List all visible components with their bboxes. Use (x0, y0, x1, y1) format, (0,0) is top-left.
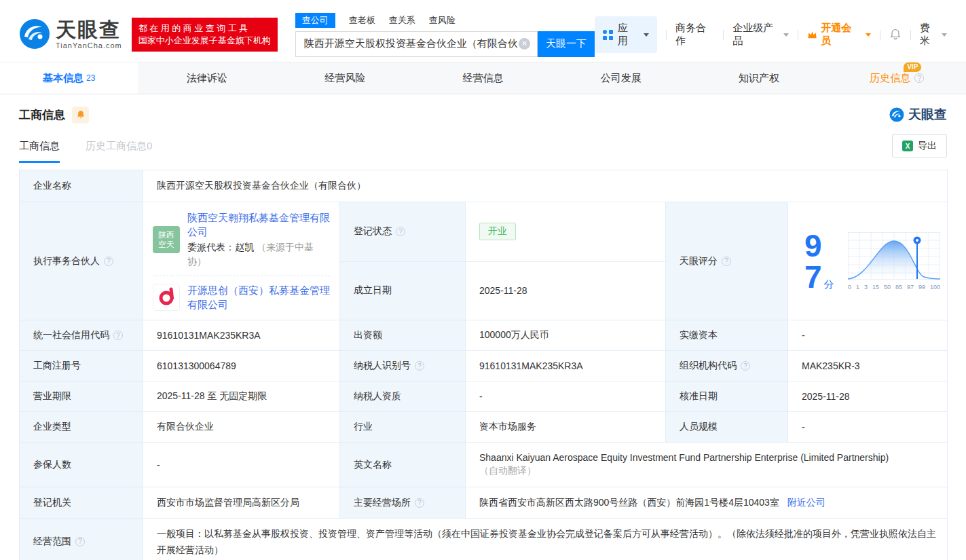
username: 费米 (920, 22, 939, 48)
search-tab-relation[interactable]: 查关系 (389, 14, 415, 26)
help-icon[interactable] (415, 361, 424, 371)
tab-operating-info[interactable]: 经营信息 (414, 62, 552, 94)
slogan-line1: 都在用的商业查询工具 (138, 22, 271, 35)
tianyancha-logo[interactable]: 天眼查 TianYanCha.com (19, 18, 122, 52)
nearby-companies-link[interactable]: 附近公司 (787, 497, 825, 508)
watermark-logo: 天眼查 (889, 106, 947, 124)
reg-status-value: 开业 (466, 202, 666, 262)
detail-nav-tabs: 基本信息 23 法律诉讼 经营风险 经营信息 公司发展 知识产权 历史信息 VI… (0, 62, 966, 94)
watermark-text: 天眼查 (908, 106, 947, 124)
divider (880, 30, 880, 40)
notification-bell[interactable] (889, 29, 902, 41)
table-row: 企业类型 有限合伙企业 行业 资本市场服务 人员规模 - (20, 412, 948, 443)
divider (798, 30, 798, 40)
logo-domain: TianYanCha.com (56, 41, 122, 50)
apps-label: 应用 (618, 22, 636, 48)
search-input[interactable] (303, 37, 519, 50)
auto-translate-note: （自动翻译） (479, 465, 937, 477)
search-clear-icon[interactable]: ✕ (519, 38, 530, 50)
taxpayer-qualification-label: 纳税人资质 (340, 381, 466, 412)
tab-count-badge: 23 (86, 73, 95, 83)
section-header: 工商信息 天眼查 (0, 94, 966, 124)
approval-date-value: 2025-11-28 (788, 381, 948, 412)
paid-capital-value: - (788, 320, 948, 351)
help-icon[interactable] (415, 498, 424, 508)
tab-operating-risk[interactable]: 经营风险 (276, 62, 414, 94)
table-row: 营业期限 2025-11-28 至 无固定期限 纳税人资质 - 核准日期 202… (20, 381, 948, 412)
company-name-label: 企业名称 (20, 170, 143, 202)
reg-number-value: 610131300064789 (143, 351, 340, 381)
tab-basic-info[interactable]: 基本信息 23 (0, 62, 138, 94)
search-tab-boss[interactable]: 查老板 (349, 14, 375, 26)
help-icon[interactable] (104, 257, 113, 266)
top-menu: 应用 商务合作 企业级产品 开通会员 费米 (595, 16, 947, 53)
vip-badge: VIP (904, 62, 921, 72)
capital-value: 100000万人民币 (466, 320, 666, 351)
insured-count-value: - (143, 443, 340, 487)
capital-label: 出资额 (340, 320, 466, 351)
search-tab-risk[interactable]: 查风险 (429, 14, 456, 26)
export-button[interactable]: X 导出 (892, 134, 947, 157)
subtab-business-info[interactable]: 工商信息 (19, 140, 60, 163)
crown-icon (807, 30, 817, 39)
business-term-label: 营业期限 (20, 381, 143, 412)
credit-code-value: 91610131MAK235KR3A (143, 320, 340, 351)
menu-cooperation[interactable]: 商务合作 (675, 22, 714, 48)
apps-menu[interactable]: 应用 (595, 16, 657, 53)
top-header: 天眼查 TianYanCha.com 都在用的商业查询工具 国家中小企业发展子基… (0, 0, 966, 61)
table-row: 工商注册号 610131300064789 纳税人识别号 91610131MAK… (20, 351, 948, 381)
registration-authority-value: 西安市市场监督管理局高新区分局 (143, 487, 340, 519)
tab-legal-litigation[interactable]: 法律诉讼 (138, 62, 276, 94)
org-code-value: MAK235KR-3 (788, 351, 948, 381)
score-cell: 97分 (788, 202, 948, 320)
help-icon[interactable] (396, 227, 405, 236)
establish-date-label: 成立日期 (340, 261, 466, 320)
divider (666, 30, 667, 40)
help-icon[interactable] (113, 331, 123, 340)
partners-label: 执行事务合伙人 (20, 202, 143, 320)
slogan-line2: 国家中小企业发展子基金旗下机构 (138, 35, 271, 47)
search-tab-company[interactable]: 查公司 (295, 13, 335, 28)
partner-company-link[interactable]: 陕西空天翱翔私募基金管理有限公司 (187, 212, 330, 238)
help-icon[interactable] (75, 537, 85, 546)
company-type-label: 企业类型 (20, 412, 143, 443)
chevron-down-icon (942, 33, 947, 37)
menu-enterprise-products[interactable]: 企业级产品 (732, 22, 789, 48)
english-name-value: Shaanxi Kaiyuan Aerospace Equity Investm… (479, 452, 937, 463)
tab-intellectual-property[interactable]: 知识产权 (690, 62, 828, 94)
partner-item: 陕西 空天 陕西空天翱翔私募基金管理有限公司 委派代表：赵凯 （来源于中基协） (153, 210, 330, 269)
tab-history-info[interactable]: 历史信息 VIP (828, 62, 966, 94)
tab-company-development[interactable]: 公司发展 (552, 62, 690, 94)
taxpayer-id-value: 91610131MAK235KR3A (466, 351, 666, 381)
menu-open-vip[interactable]: 开通会员 (807, 22, 871, 48)
partner-company-link[interactable]: 开源思创（西安）私募基金管理有限公司 (187, 284, 330, 310)
logo-title: 天眼查 (56, 20, 122, 40)
apps-grid-icon (603, 30, 613, 40)
partner-logo (153, 284, 180, 311)
divider (153, 276, 330, 276)
business-place-value: 陕西省西安市高新区西太路900号丝路（西安）前海园1号楼4层10403室 (479, 497, 779, 508)
table-row: 统一社会信用代码 91610131MAK235KR3A 出资额 100000万人… (20, 320, 948, 351)
help-icon[interactable] (741, 361, 750, 371)
partners-cell: 陕西 空天 陕西空天翱翔私募基金管理有限公司 委派代表：赵凯 （来源于中基协） (143, 202, 340, 320)
partner-item: 开源思创（西安）私募基金管理有限公司 (153, 283, 330, 312)
help-icon[interactable] (722, 257, 731, 266)
subtab-history-business-info[interactable]: 历史工商信息0 (86, 140, 152, 163)
insured-count-label: 参保人数 (20, 443, 143, 487)
table-row: 企业名称 陕西开源空天股权投资基金合伙企业（有限合伙） (20, 170, 948, 202)
business-place-label: 主要经营场所 (340, 487, 466, 519)
help-icon[interactable] (914, 73, 924, 83)
table-row: 经营范围 一般项目：以私募基金从事股权投资、投资管理、资产管理等活动（须在中国证… (20, 519, 948, 560)
section-title: 工商信息 (19, 107, 65, 123)
reg-number-label: 工商注册号 (20, 351, 143, 381)
divider (723, 30, 724, 40)
business-term-value: 2025-11-28 至 无固定期限 (143, 381, 340, 412)
registration-authority-label: 登记机关 (20, 487, 143, 519)
user-menu[interactable]: 费米 (920, 22, 947, 48)
search-button[interactable]: 天眼一下 (538, 31, 595, 57)
tianyancha-logo-icon (889, 107, 904, 122)
table-row: 参保人数 - 英文名称 Shaanxi Kaiyuan Aerospace Eq… (20, 443, 948, 487)
search-field[interactable]: ✕ (295, 31, 538, 57)
taxpayer-qualification-value: - (466, 381, 666, 412)
monitor-bell-button[interactable] (72, 107, 89, 124)
